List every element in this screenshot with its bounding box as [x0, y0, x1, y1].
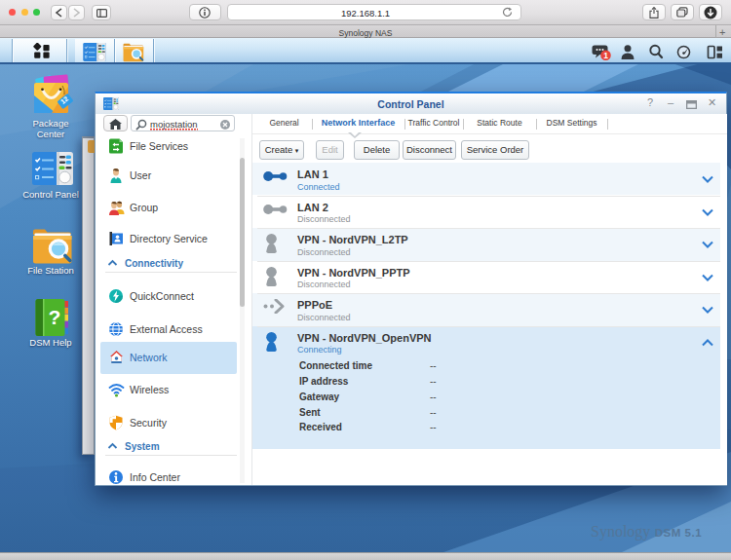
svg-text:1: 1	[603, 51, 608, 60]
svg-text:?: ?	[49, 306, 61, 328]
